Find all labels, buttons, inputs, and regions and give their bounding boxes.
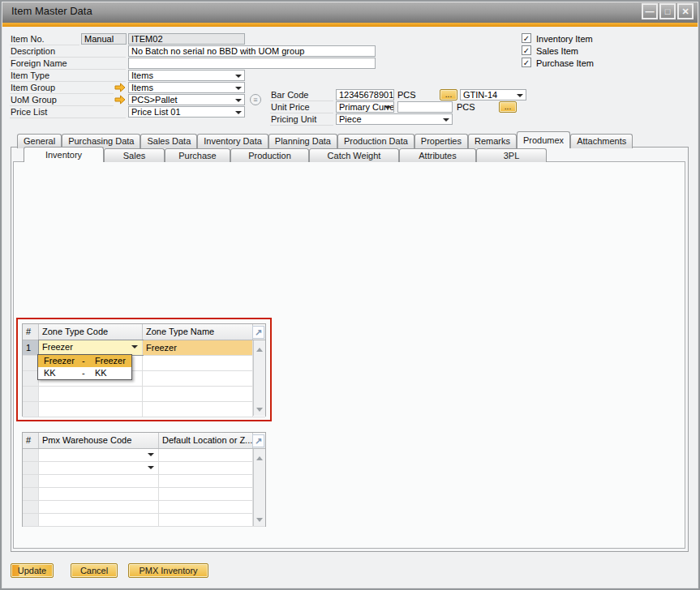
unit-price-field[interactable] <box>397 101 453 113</box>
description-label: Description <box>10 46 126 58</box>
pricing-unit-label: Pricing Unit <box>270 114 333 126</box>
minimize-icon[interactable]: — <box>642 3 658 19</box>
scroll-down-icon[interactable] <box>254 404 265 415</box>
unit-price-uom: PCS <box>457 101 475 113</box>
subtab-production[interactable]: Production <box>230 148 309 162</box>
dropdown-arrow-icon <box>443 118 449 125</box>
main-tab-strip: General Purchasing Data Sales Data Inven… <box>17 131 633 148</box>
bar-code-field[interactable]: 12345678901231 <box>336 89 394 100</box>
dropdown-arrow-icon <box>131 345 138 352</box>
subtab-3pl[interactable]: 3PL <box>476 148 547 162</box>
bar-code-uom: PCS <box>397 89 416 100</box>
inventory-item-checkbox[interactable]: ✓ <box>522 33 531 43</box>
dropdown-arrow-icon <box>235 87 242 93</box>
price-list-select[interactable]: Price List 01 <box>128 106 245 118</box>
bar-code-more-button[interactable]: ... <box>440 89 457 100</box>
item-master-data-window: Item Master Data — □ ✕ Item No. Manual I… <box>0 0 700 590</box>
zone-row-num[interactable]: 1 <box>23 340 39 355</box>
warehouse-table-empty-row[interactable] <box>23 475 265 488</box>
pmx-inventory-button[interactable]: PMX Inventory <box>128 563 208 578</box>
link-arrow-icon[interactable] <box>114 95 126 105</box>
wh-col-num-header[interactable]: # <box>23 433 39 448</box>
item-type-select[interactable]: Items <box>128 70 245 81</box>
dropdown-option-kk[interactable]: KK-KK <box>38 367 131 379</box>
item-no-field[interactable]: ITEM02 <box>128 33 245 45</box>
foreign-name-label: Foreign Name <box>10 58 126 70</box>
zone-table-empty-row[interactable] <box>23 387 265 402</box>
warehouse-table-row[interactable] <box>23 449 265 462</box>
warehouse-table-row[interactable] <box>23 462 265 475</box>
dropdown-arrow-icon <box>148 466 154 472</box>
zone-table-empty-row[interactable] <box>23 402 265 417</box>
pmx-warehouse-table: # Pmx Warehouse Code Default Location or… <box>22 432 266 527</box>
item-no-label: Item No. <box>10 34 79 45</box>
bar-code-label: Bar Code <box>270 90 333 101</box>
foreign-name-field[interactable] <box>128 58 376 69</box>
description-field[interactable]: No Batch no serial no BBD with UOM group <box>128 45 376 57</box>
wh-code-select[interactable] <box>39 449 159 461</box>
warehouse-table-header: # Pmx Warehouse Code Default Location or… <box>23 433 265 449</box>
uom-group-select[interactable]: PCS>Pallet <box>128 94 245 105</box>
subtab-catch-weight[interactable]: Catch Weight <box>309 148 399 162</box>
dropdown-arrow-icon <box>384 106 391 113</box>
purchase-item-checkbox[interactable]: ✓ <box>522 58 531 67</box>
close-icon[interactable]: ✕ <box>677 3 694 19</box>
window-title: Item Master Data <box>11 5 92 17</box>
dropdown-arrow-icon <box>517 94 523 100</box>
bar-code-type-select[interactable]: GTIN-14 <box>460 89 526 100</box>
scroll-up-icon[interactable] <box>254 450 265 461</box>
uom-group-label: UoM Group <box>10 95 114 106</box>
inventory-item-label: Inventory Item <box>536 33 593 45</box>
title-bar[interactable]: Item Master Data — □ ✕ <box>0 0 700 23</box>
zone-col-code-header[interactable]: Zone Type Code <box>39 324 143 340</box>
dropdown-arrow-icon <box>235 99 242 105</box>
zone-type-code-select[interactable]: Freezer <box>39 340 143 355</box>
dropdown-option-freezer[interactable]: Freezer-Freezer <box>38 355 131 367</box>
expand-table-icon[interactable]: ↗ <box>252 434 264 447</box>
dropdown-arrow-icon <box>235 75 242 81</box>
sales-item-checkbox[interactable]: ✓ <box>522 45 531 55</box>
item-group-select[interactable]: Items <box>128 82 245 93</box>
tab-produmex[interactable]: Produmex <box>517 131 570 148</box>
subtab-inventory[interactable]: Inventory <box>24 147 104 162</box>
dropdown-arrow-icon <box>235 111 242 118</box>
unit-price-more-button[interactable]: ... <box>499 101 517 113</box>
link-arrow-icon[interactable] <box>114 83 126 92</box>
accent-bar <box>0 23 700 27</box>
maximize-icon[interactable]: □ <box>659 3 676 19</box>
subtab-attributes[interactable]: Attributes <box>399 148 476 162</box>
item-group-label: Item Group <box>10 83 114 94</box>
subtab-sales[interactable]: Sales <box>104 148 165 162</box>
warehouse-table-scrollbar[interactable] <box>253 449 265 526</box>
zone-table-header: # Zone Type Code Zone Type Name <box>23 324 265 340</box>
scroll-up-icon[interactable] <box>254 341 265 353</box>
warehouse-table-empty-row[interactable] <box>23 488 265 501</box>
wh-code-select[interactable] <box>39 462 159 474</box>
dropdown-arrow-icon <box>148 453 154 460</box>
zone-col-name-header[interactable]: Zone Type Name <box>143 324 253 340</box>
purchase-item-label: Purchase Item <box>536 58 594 69</box>
subtab-purchase[interactable]: Purchase <box>165 148 230 162</box>
expand-table-icon[interactable]: ↗ <box>252 326 264 339</box>
price-list-label: Price List <box>10 107 126 118</box>
warehouse-table-empty-row[interactable] <box>23 501 265 514</box>
wh-col-default-header[interactable]: Default Location or Z... <box>159 433 253 448</box>
cancel-button[interactable]: Cancel <box>71 563 118 578</box>
unit-price-label: Unit Price <box>270 102 333 113</box>
pricing-unit-select[interactable]: Piece <box>336 113 453 125</box>
sub-tab-strip: Inventory Sales Purchase Production Catc… <box>24 147 547 162</box>
sales-item-label: Sales Item <box>536 45 578 57</box>
item-no-mode-select[interactable]: Manual <box>81 33 127 45</box>
zone-type-dropdown-list: Freezer-Freezer KK-KK <box>37 354 132 380</box>
item-type-label: Item Type <box>10 71 126 82</box>
wh-col-code-header[interactable]: Pmx Warehouse Code <box>39 433 159 448</box>
warehouse-table-empty-row[interactable] <box>23 514 265 527</box>
update-button[interactable]: Update <box>11 563 54 578</box>
scroll-down-icon[interactable] <box>254 514 265 525</box>
zone-type-name-cell[interactable]: Freezer <box>143 340 253 355</box>
tab-attachments[interactable]: Attachments <box>570 134 633 148</box>
details-icon[interactable]: ≡ <box>250 94 261 105</box>
unit-price-currency-select[interactable]: Primary Curre <box>336 101 394 113</box>
zone-col-num-header[interactable]: # <box>23 324 39 340</box>
zone-table-scrollbar[interactable] <box>253 340 265 416</box>
